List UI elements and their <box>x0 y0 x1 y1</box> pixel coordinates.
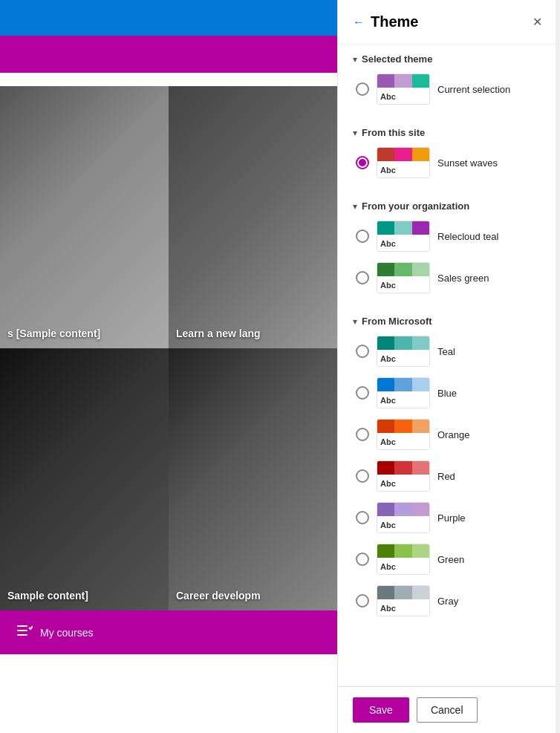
swatch-text-gray: Abc <box>377 599 429 616</box>
back-arrow-button[interactable]: ← <box>353 16 365 29</box>
bottom-bar: My courses <box>0 610 337 654</box>
section-title-from-microsoft: From Microsoft <box>362 316 432 327</box>
radio-purple[interactable] <box>356 511 369 524</box>
theme-name-green: Green <box>437 554 464 565</box>
grid-cell-4: Career developm <box>169 348 337 610</box>
radio-sunset-waves[interactable] <box>356 156 369 169</box>
cell-label-4: Career developm <box>176 590 261 602</box>
magenta-bar <box>0 36 337 73</box>
radio-sales-green[interactable] <box>356 271 369 284</box>
img-meeting <box>169 86 337 348</box>
swatch-relecloud-teal: Abc <box>377 221 430 252</box>
swatch-text-teal: Abc <box>377 350 429 367</box>
swatch-current: Abc <box>377 74 430 105</box>
grid-cell-3: Sample content] <box>0 348 169 610</box>
radio-blue[interactable] <box>356 386 369 400</box>
theme-option-purple[interactable]: AbcPurple <box>353 502 545 533</box>
close-button[interactable]: ✕ <box>530 12 545 32</box>
theme-option-current[interactable]: AbcCurrent selection <box>353 74 545 105</box>
img-handshake <box>0 86 169 348</box>
swatch-text-sunset-waves: Abc <box>377 161 429 178</box>
panel-footer: Save Cancel <box>338 686 560 733</box>
section-from-your-org: ▾From your organizationAbcRelecloud teal… <box>338 192 560 307</box>
section-header-from-microsoft: ▾From Microsoft <box>353 316 545 327</box>
swatch-sales-green: Abc <box>377 262 430 293</box>
swatch-sunset-waves: Abc <box>377 147 430 178</box>
radio-green[interactable] <box>356 553 369 566</box>
theme-option-green[interactable]: AbcGreen <box>353 544 545 575</box>
theme-option-sunset-waves[interactable]: AbcSunset waves <box>353 147 545 178</box>
swatch-blue: Abc <box>377 377 430 408</box>
section-header-selected-theme: ▾Selected theme <box>353 53 545 65</box>
swatch-text-sales-green: Abc <box>377 276 429 293</box>
cancel-button[interactable]: Cancel <box>417 697 478 723</box>
theme-option-red[interactable]: AbcRed <box>353 460 545 492</box>
swatch-orange: Abc <box>377 419 430 450</box>
cell-label-1: s [Sample content] <box>7 328 100 339</box>
chevron-icon: ▾ <box>353 316 357 327</box>
radio-red[interactable] <box>356 469 369 483</box>
panel-header: ← Theme ✕ <box>338 0 560 45</box>
chevron-icon: ▾ <box>353 201 357 212</box>
grid-cell-2: Learn a new lang <box>169 86 337 348</box>
swatch-text-blue: Abc <box>377 391 429 408</box>
swatch-text-orange: Abc <box>377 433 429 450</box>
swatch-text-purple: Abc <box>377 516 429 533</box>
theme-option-gray[interactable]: AbcGray <box>353 585 545 616</box>
cell-label-2: Learn a new lang <box>176 328 261 339</box>
panel-title: Theme <box>371 13 418 30</box>
section-selected-theme: ▾Selected themeAbcCurrent selection <box>338 45 560 118</box>
theme-name-relecloud-teal: Relecloud teal <box>437 231 498 242</box>
theme-option-relecloud-teal[interactable]: AbcRelecloud teal <box>353 221 545 252</box>
section-title-selected-theme: Selected theme <box>362 53 432 65</box>
swatch-purple: Abc <box>377 502 430 533</box>
radio-orange[interactable] <box>356 428 369 441</box>
svg-rect-1 <box>17 630 27 631</box>
section-header-from-your-org: ▾From your organization <box>353 201 545 212</box>
cell-label-3: Sample content] <box>7 590 88 602</box>
swatch-text-green: Abc <box>377 558 429 575</box>
radio-teal[interactable] <box>356 345 369 358</box>
chevron-icon: ▾ <box>353 128 357 138</box>
my-courses-label: My courses <box>40 627 94 639</box>
radio-relecloud-teal[interactable] <box>356 229 369 243</box>
section-from-this-site: ▾From this siteAbcSunset waves <box>338 118 560 192</box>
grid-cell-1: s [Sample content] <box>0 86 169 348</box>
theme-name-gray: Gray <box>437 596 458 607</box>
scrollbar-track <box>556 0 560 733</box>
section-from-microsoft: ▾From MicrosoftAbcTealAbcBlueAbcOrangeAb… <box>338 307 560 630</box>
swatch-green: Abc <box>377 544 430 575</box>
section-title-from-this-site: From this site <box>362 127 425 138</box>
swatch-text-current: Abc <box>377 88 429 105</box>
swatch-teal: Abc <box>377 336 430 367</box>
theme-name-current: Current selection <box>437 84 510 95</box>
panel-title-group: ← Theme <box>353 13 418 30</box>
radio-gray[interactable] <box>356 594 369 607</box>
theme-option-orange[interactable]: AbcOrange <box>353 419 545 450</box>
section-title-from-your-org: From your organization <box>362 201 469 212</box>
theme-name-red: Red <box>437 471 455 482</box>
theme-name-orange: Orange <box>437 429 469 440</box>
save-button[interactable]: Save <box>353 697 409 723</box>
section-header-from-this-site: ▾From this site <box>353 127 545 138</box>
top-bar <box>0 0 337 36</box>
img-group <box>169 348 337 610</box>
svg-rect-0 <box>17 625 27 627</box>
swatch-text-relecloud-teal: Abc <box>377 235 429 252</box>
svg-rect-2 <box>17 634 27 636</box>
radio-current[interactable] <box>356 82 369 96</box>
img-woman <box>0 348 169 610</box>
theme-name-sales-green: Sales green <box>437 273 489 284</box>
theme-name-blue: Blue <box>437 388 457 399</box>
theme-option-sales-green[interactable]: AbcSales green <box>353 262 545 293</box>
left-content: s [Sample content] Learn a new lang Samp… <box>0 0 337 733</box>
theme-option-teal[interactable]: AbcTeal <box>353 336 545 367</box>
grid-images: s [Sample content] Learn a new lang Samp… <box>0 86 337 610</box>
theme-name-purple: Purple <box>437 512 466 524</box>
theme-panel: ← Theme ✕ ▾Selected themeAbcCurrent sele… <box>337 0 560 733</box>
theme-option-blue[interactable]: AbcBlue <box>353 377 545 408</box>
chevron-icon: ▾ <box>353 54 357 65</box>
panel-content: ▾Selected themeAbcCurrent selection▾From… <box>338 45 560 686</box>
swatch-gray: Abc <box>377 585 430 616</box>
white-bar <box>0 73 337 86</box>
